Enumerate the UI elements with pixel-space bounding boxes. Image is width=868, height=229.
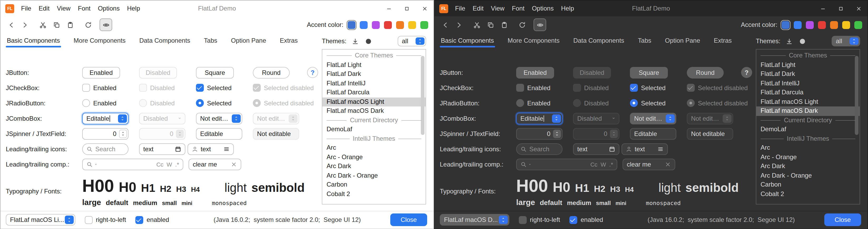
checkbox[interactable]: [135, 216, 144, 224]
checkbox[interactable]: [569, 216, 578, 224]
accent-color-swatch[interactable]: [396, 21, 404, 29]
menu-item[interactable]: Font: [74, 1, 94, 16]
titlebar[interactable]: FL FileEditViewFontOptionsHelp FlatLaf D…: [435, 1, 867, 16]
theme-list-item[interactable]: FlatLaf Dark: [322, 69, 426, 79]
theme-list-item[interactable]: Cobalt 2: [322, 190, 426, 199]
theme-list-item[interactable]: Arc Dark - Orange: [756, 171, 860, 180]
menu-item[interactable]: Font: [508, 1, 528, 16]
regex-button[interactable]: .*: [609, 161, 613, 167]
tab[interactable]: More Components: [72, 33, 126, 48]
combobox-arrow-icon[interactable]: [849, 37, 859, 45]
accent-color-swatch[interactable]: [818, 21, 826, 29]
tab[interactable]: Data Components: [138, 33, 191, 48]
tab[interactable]: Option Pane: [664, 33, 701, 48]
clearable-field[interactable]: clear me: [189, 159, 241, 170]
forward-button[interactable]: [19, 19, 31, 31]
combobox-arrow-icon[interactable]: [666, 114, 675, 122]
spinner[interactable]: 0: [516, 128, 562, 139]
match-case-button[interactable]: Cc: [590, 161, 597, 167]
forward-button[interactable]: [453, 19, 465, 31]
accent-color-swatch[interactable]: [806, 21, 814, 29]
checkbox-enabled[interactable]: [82, 84, 90, 92]
theme-list-item[interactable]: FlatLaf Dark: [756, 69, 860, 79]
eye-toggle-button[interactable]: [99, 19, 112, 31]
accent-color-swatch[interactable]: [420, 21, 428, 29]
theme-list-item[interactable]: FlatLaf Darcula: [756, 88, 860, 97]
maximize-button[interactable]: [832, 1, 849, 16]
close-button[interactable]: Close: [824, 213, 861, 226]
checkbox-enabled[interactable]: [516, 84, 524, 92]
menu-item[interactable]: File: [452, 1, 469, 16]
theme-list-item[interactable]: Current Directory: [322, 116, 426, 125]
spinner[interactable]: 0: [82, 128, 128, 139]
theme-list-item[interactable]: FlatLaf Darcula: [322, 88, 426, 97]
combobox-arrow-icon[interactable]: [118, 114, 127, 122]
cut-button[interactable]: [470, 19, 483, 31]
editable-textfield[interactable]: Editable: [630, 128, 676, 139]
tab[interactable]: Extras: [279, 33, 299, 48]
menu-item[interactable]: Help: [123, 1, 144, 16]
combobox-arrow-icon[interactable]: [415, 37, 425, 45]
square-button[interactable]: Square: [630, 67, 668, 78]
theme-selector-combobox[interactable]: FlatLaf macOS D...: [440, 214, 509, 226]
download-themes-button[interactable]: [350, 36, 361, 47]
tab[interactable]: Extras: [713, 33, 733, 48]
cut-button[interactable]: [36, 19, 49, 31]
checkbox-selected[interactable]: [196, 84, 204, 92]
minimize-button[interactable]: [380, 1, 398, 16]
back-button[interactable]: [5, 19, 18, 31]
not-editable-combobox[interactable]: Not editable: [630, 113, 676, 124]
paste-button[interactable]: [498, 19, 510, 31]
menu-item[interactable]: Help: [557, 1, 578, 16]
enabled-button[interactable]: Enabled: [516, 67, 554, 78]
match-case-button[interactable]: Cc: [156, 161, 163, 167]
user-field[interactable]: text: [621, 143, 668, 155]
theme-filter-combobox[interactable]: all: [398, 36, 426, 47]
theme-list-item[interactable]: Cobalt 2: [756, 190, 860, 199]
theme-list-item[interactable]: Arc - Orange: [322, 152, 426, 162]
theme-filter-combobox[interactable]: all: [832, 36, 860, 47]
theme-list-item[interactable]: Arc Dark: [756, 162, 860, 171]
radio-enabled[interactable]: [516, 99, 524, 107]
theme-list-item[interactable]: Arc Dark - Orange: [322, 171, 426, 180]
back-button[interactable]: [439, 19, 452, 31]
radio-selected[interactable]: [630, 99, 638, 107]
tab[interactable]: Basic Components: [6, 33, 61, 48]
theme-list-item[interactable]: Arc: [756, 143, 860, 152]
menu-item[interactable]: Options: [94, 1, 124, 16]
theme-list-item[interactable]: FlatLaf Light: [756, 60, 860, 69]
search-with-options-field[interactable]: Cc W .*: [82, 159, 183, 170]
theme-list-item[interactable]: IntelliJ Themes: [322, 134, 426, 143]
tab[interactable]: Basic Components: [440, 33, 495, 48]
maximize-button[interactable]: [398, 1, 415, 16]
square-button[interactable]: Square: [196, 67, 234, 78]
search-with-options-field[interactable]: Cc W .*: [516, 159, 617, 170]
spinner-arrows[interactable]: [119, 130, 127, 138]
theme-list-item[interactable]: FlatLaf macOS Dark: [756, 107, 860, 116]
theme-list-item[interactable]: Current Directory: [756, 116, 860, 125]
theme-list-item[interactable]: Carbon: [756, 180, 860, 190]
spinner-arrows[interactable]: [553, 130, 561, 138]
download-themes-button[interactable]: [784, 36, 795, 47]
menu-item[interactable]: View: [53, 1, 74, 16]
menu-item[interactable]: Edit: [35, 1, 53, 16]
theme-list-item[interactable]: Arc: [322, 143, 426, 152]
menu-item[interactable]: Edit: [469, 1, 487, 16]
search-field[interactable]: Search: [516, 143, 562, 155]
theme-list-item[interactable]: Carbon: [322, 180, 426, 190]
combobox-arrow-icon[interactable]: [499, 216, 508, 224]
github-button[interactable]: [797, 36, 808, 47]
accent-color-swatch[interactable]: [794, 21, 802, 29]
round-button[interactable]: Round: [687, 67, 724, 78]
theme-list-item[interactable]: Arc - Orange: [756, 152, 860, 162]
theme-list-item[interactable]: FlatLaf IntelliJ: [756, 79, 860, 88]
theme-list-item[interactable]: Arc Dark: [322, 162, 426, 171]
github-button[interactable]: [363, 36, 374, 47]
accent-color-swatch[interactable]: [408, 21, 416, 29]
date-field[interactable]: text: [139, 143, 185, 155]
round-button[interactable]: Round: [253, 67, 290, 78]
whole-words-button[interactable]: W: [167, 161, 172, 167]
close-button[interactable]: Close: [390, 213, 427, 226]
refresh-button[interactable]: [516, 19, 528, 31]
theme-list-item[interactable]: Core Themes: [322, 51, 426, 60]
